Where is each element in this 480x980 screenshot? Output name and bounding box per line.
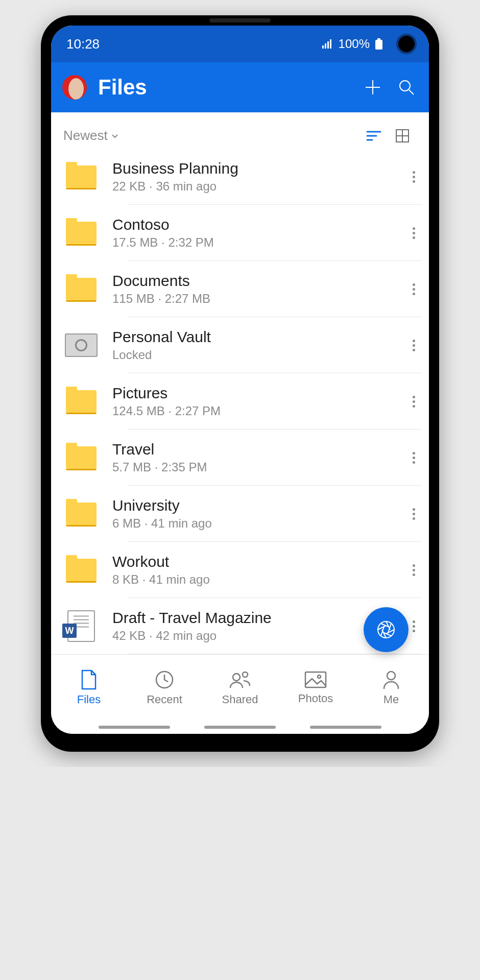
signal-icon (322, 39, 333, 49)
item-name: University (112, 497, 403, 514)
more-button[interactable] (403, 227, 424, 239)
folder-icon (63, 164, 99, 189)
avatar[interactable] (62, 75, 87, 100)
page-title: Files (98, 75, 350, 100)
filter-icon (366, 130, 381, 141)
status-time: 10:28 (66, 36, 100, 52)
phone-frame: 10:28 100% Files Newest (41, 15, 439, 752)
folder-icon (63, 557, 99, 583)
svg-point-19 (243, 672, 248, 677)
more-button[interactable] (403, 171, 424, 183)
sort-row: Newest (51, 112, 429, 149)
search-button[interactable] (395, 78, 418, 97)
plus-icon (364, 78, 382, 97)
nav-files[interactable]: Files (51, 655, 127, 721)
item-name: Personal Vault (112, 328, 403, 346)
nav-label: Shared (222, 693, 258, 706)
item-name: Travel (112, 441, 403, 458)
nav-photos[interactable]: Photos (278, 655, 353, 721)
status-right: 100% (322, 37, 383, 51)
chevron-down-icon (111, 132, 119, 140)
file-list[interactable]: Business Planning22 KB · 36 min agoConto… (51, 149, 429, 654)
more-button[interactable] (403, 396, 424, 408)
gesture-bar (51, 721, 429, 734)
item-subtitle: Locked (112, 348, 403, 362)
status-battery-text: 100% (339, 37, 370, 51)
more-button[interactable] (403, 340, 424, 351)
svg-point-18 (233, 674, 240, 681)
svg-rect-1 (325, 43, 326, 49)
nav-label: Files (77, 693, 101, 706)
scan-fab[interactable] (364, 607, 409, 652)
filter-button[interactable] (359, 130, 388, 141)
folder-icon (63, 389, 99, 414)
file-icon (80, 670, 98, 690)
list-item[interactable]: University6 MB · 41 min ago (51, 486, 429, 542)
svg-point-16 (378, 622, 394, 638)
folder-icon (63, 501, 99, 527)
item-name: Business Planning (112, 160, 403, 177)
view-toggle-button[interactable] (388, 129, 417, 143)
svg-rect-4 (377, 38, 380, 40)
item-name: Workout (112, 553, 403, 570)
vault-icon (63, 332, 99, 358)
camera-hole (396, 34, 417, 54)
more-button[interactable] (403, 564, 424, 576)
nav-shared[interactable]: Shared (202, 655, 278, 721)
bottom-nav: Files Recent Shared Photos Me (51, 654, 429, 721)
item-meta: Workout8 KB · 41 min ago (112, 553, 403, 587)
folder-icon (63, 445, 99, 470)
item-meta: Personal VaultLocked (112, 328, 403, 362)
item-subtitle: 124.5 MB · 2:27 PM (112, 404, 403, 418)
image-icon (304, 671, 327, 689)
nav-me[interactable]: Me (353, 655, 429, 721)
folder-icon (63, 220, 99, 246)
nav-label: Me (383, 693, 399, 706)
people-icon (228, 670, 252, 690)
status-bar: 10:28 100% (51, 26, 429, 62)
camera-shutter-icon (375, 618, 397, 641)
nav-label: Recent (147, 693, 182, 706)
item-subtitle: 42 KB · 42 min ago (112, 629, 403, 643)
item-meta: Contoso17.5 MB · 2:32 PM (112, 216, 403, 250)
item-subtitle: 22 KB · 36 min ago (112, 179, 403, 194)
add-button[interactable] (362, 78, 384, 97)
search-icon (397, 78, 416, 97)
screen: 10:28 100% Files Newest (51, 26, 429, 734)
list-item[interactable]: Pictures124.5 MB · 2:27 PM (51, 373, 429, 429)
svg-rect-20 (305, 672, 326, 687)
svg-rect-5 (375, 40, 382, 50)
item-subtitle: 6 MB · 41 min ago (112, 516, 403, 531)
svg-point-21 (318, 675, 321, 678)
more-button[interactable] (403, 452, 424, 464)
svg-point-8 (400, 81, 410, 91)
list-item[interactable]: Personal VaultLocked (51, 317, 429, 373)
svg-rect-2 (327, 41, 329, 49)
svg-rect-3 (330, 39, 331, 49)
list-item[interactable]: Travel5.7 MB · 2:35 PM (51, 429, 429, 486)
list-item[interactable]: Contoso17.5 MB · 2:32 PM (51, 205, 429, 261)
grid-icon (395, 129, 410, 143)
item-subtitle: 5.7 MB · 2:35 PM (112, 460, 403, 474)
more-button[interactable] (403, 283, 424, 295)
svg-point-22 (387, 672, 395, 680)
clock-icon (154, 670, 175, 690)
sort-dropdown[interactable]: Newest (63, 128, 119, 144)
item-name: Documents (112, 272, 403, 290)
nav-recent[interactable]: Recent (127, 655, 202, 721)
list-item[interactable]: Workout8 KB · 41 min ago (51, 542, 429, 598)
item-meta: Pictures124.5 MB · 2:27 PM (112, 385, 403, 418)
item-name: Contoso (112, 216, 403, 233)
more-button[interactable] (403, 508, 424, 520)
list-item[interactable]: Documents115 MB · 2:27 MB (51, 261, 429, 317)
app-bar: Files (51, 62, 429, 112)
word-icon: W (63, 613, 99, 639)
item-subtitle: 17.5 MB · 2:32 PM (112, 235, 403, 250)
nav-label: Photos (298, 692, 333, 705)
item-meta: Documents115 MB · 2:27 MB (112, 272, 403, 306)
person-icon (382, 670, 400, 690)
item-meta: Travel5.7 MB · 2:35 PM (112, 441, 403, 474)
list-item[interactable]: Business Planning22 KB · 36 min ago (51, 149, 429, 205)
item-meta: University6 MB · 41 min ago (112, 497, 403, 531)
item-meta: Business Planning22 KB · 36 min ago (112, 160, 403, 194)
